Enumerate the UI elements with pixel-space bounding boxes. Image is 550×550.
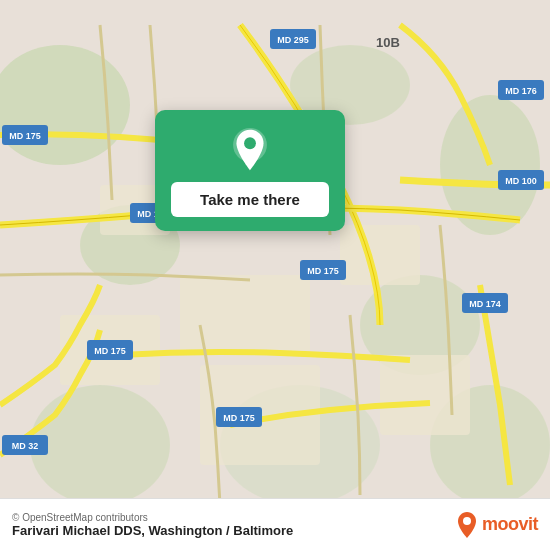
svg-text:MD 100: MD 100 — [505, 176, 537, 186]
svg-point-37 — [244, 137, 256, 149]
svg-text:MD 176: MD 176 — [505, 86, 537, 96]
svg-rect-12 — [380, 355, 470, 435]
svg-text:MD 175: MD 175 — [94, 346, 126, 356]
map-svg: MD 175 MD 295 10B MD 176 MD 100 MD 175 M… — [0, 0, 550, 550]
svg-text:MD 32: MD 32 — [12, 441, 39, 451]
location-pin-icon — [228, 128, 272, 172]
moovit-logo: moovit — [456, 511, 538, 539]
svg-text:MD 175: MD 175 — [223, 413, 255, 423]
attribution-text: © OpenStreetMap contributors — [12, 512, 293, 523]
svg-text:MD 175: MD 175 — [307, 266, 339, 276]
moovit-pin-icon — [456, 511, 478, 539]
svg-text:MD 175: MD 175 — [9, 131, 41, 141]
svg-rect-10 — [340, 225, 420, 285]
bottom-bar: © OpenStreetMap contributors Farivari Mi… — [0, 498, 550, 550]
moovit-brand-text: moovit — [482, 514, 538, 535]
place-name: Farivari Michael DDS, Washington / Balti… — [12, 523, 293, 538]
take-me-there-button[interactable]: Take me there — [171, 182, 329, 217]
map-container: MD 175 MD 295 10B MD 176 MD 100 MD 175 M… — [0, 0, 550, 550]
popup-card: Take me there — [155, 110, 345, 231]
bottom-info: © OpenStreetMap contributors Farivari Mi… — [12, 512, 293, 538]
svg-text:MD 174: MD 174 — [469, 299, 501, 309]
svg-rect-9 — [180, 275, 310, 355]
svg-text:MD 295: MD 295 — [277, 35, 309, 45]
svg-point-38 — [463, 517, 471, 525]
svg-text:10B: 10B — [376, 35, 400, 50]
svg-point-6 — [30, 385, 170, 505]
